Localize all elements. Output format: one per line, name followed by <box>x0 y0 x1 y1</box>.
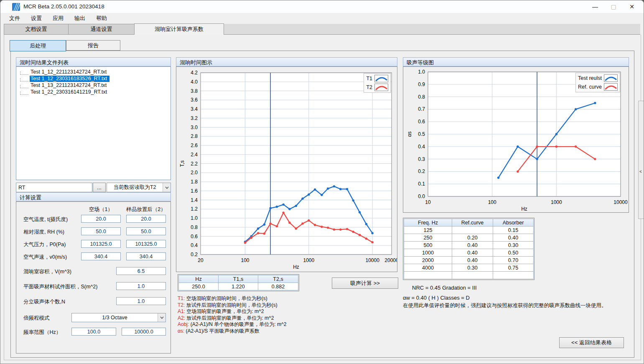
room-volume-input[interactable] <box>116 267 166 275</box>
svg-text:10: 10 <box>425 199 431 205</box>
grade-chart-header: 吸声等级图 <box>403 57 629 66</box>
col-header: T1,s <box>219 275 258 283</box>
octave-mode-label: 倍频程模式 <box>23 315 50 322</box>
svg-text:2.6: 2.6 <box>191 143 198 148</box>
back-button[interactable]: << 返回结果表格 <box>559 337 624 348</box>
chevron-down-icon[interactable] <box>163 183 171 192</box>
tree-branch-icon <box>20 78 28 81</box>
tree-branch-icon <box>20 85 28 88</box>
aw-text: αw = 0.40 ( H ) Classes = D <box>403 295 470 301</box>
t1-swatch <box>374 75 388 82</box>
note-line: T1: 空场混响室的混响时间，单位为秒(s) <box>178 295 286 302</box>
file-item[interactable]: Test 1_12_230316183526_RT.txt <box>16 75 171 82</box>
chevron-down-icon[interactable] <box>158 313 165 322</box>
svg-text:Hz: Hz <box>293 264 299 270</box>
humidity-input-empty[interactable] <box>81 227 121 235</box>
svg-text:0.3: 0.3 <box>418 156 425 162</box>
svg-text:1.0: 1.0 <box>418 69 425 75</box>
sound-speed-input-sample[interactable] <box>126 252 166 260</box>
pressure-label: 大气压力，P0(Pa) <box>23 241 66 248</box>
subtab[interactable]: 后处理 <box>10 40 66 51</box>
svg-text:0.6: 0.6 <box>418 119 425 125</box>
browse-button[interactable]: ... <box>93 183 106 192</box>
svg-text:1.2: 1.2 <box>191 206 198 212</box>
rt-chart[interactable]: 0.20.40.60.81.01.21.41.61.82.02.22.42.62… <box>176 67 397 272</box>
svg-text:2.8: 2.8 <box>191 133 198 139</box>
air-temp-input-empty[interactable] <box>81 215 121 223</box>
tab[interactable]: 通道设置 <box>68 24 135 34</box>
legend-label: T1 <box>366 76 372 81</box>
menu-item[interactable]: 设置 <box>25 13 47 23</box>
data-read-combo[interactable]: 当前数据读取为T2 <box>107 183 171 192</box>
maximize-button[interactable]: ▢ <box>604 0 623 13</box>
rt-chart-legend: T1 T2 <box>364 73 391 93</box>
sample-area-label: 平面吸声材料试件面积，S(m^2) <box>23 283 97 290</box>
svg-text:0.1: 0.1 <box>418 181 425 187</box>
legend-label: T2 <box>366 84 372 90</box>
humidity-input-sample[interactable] <box>126 227 166 235</box>
svg-text:0.4: 0.4 <box>418 144 425 150</box>
sound-speed-input-empty[interactable] <box>81 252 121 260</box>
menu-item[interactable]: 帮助 <box>91 13 112 23</box>
svg-text:10000: 10000 <box>365 257 379 263</box>
svg-text:T,s: T,s <box>179 160 185 167</box>
close-button[interactable]: ✕ <box>623 0 641 13</box>
svg-text:0.7: 0.7 <box>418 106 425 112</box>
room-volume-label: 混响室容积，V(m^3) <box>23 268 71 275</box>
rt-result-table: HzT1,sT2,s250.01.2200.882 <box>178 275 298 290</box>
file-item[interactable]: Test 1_13_221123142724_RT.txt <box>16 82 171 89</box>
svg-text:100: 100 <box>241 257 249 263</box>
svg-text:αs: αs <box>407 132 412 137</box>
svg-text:20000: 20000 <box>384 257 397 263</box>
air-temp-label: 空气温度, t(摄氏度) <box>23 216 68 223</box>
freq-min-input[interactable] <box>71 328 116 336</box>
col-empty-field: 空场（1） <box>81 206 121 213</box>
chevron-left-icon: < <box>639 169 642 174</box>
absorb-calc-button[interactable]: 吸声计算 >> <box>332 277 398 289</box>
menu-item[interactable]: 文件 <box>4 13 25 23</box>
grade-table-wrap: Freq. HzRef.curveAbsorber1250.152500.200… <box>403 218 535 280</box>
octave-mode-combo[interactable]: 1/3 Octave <box>71 313 166 322</box>
file-list[interactable]: Test 1_12_221123142724_RT.txtTest 1_12_2… <box>16 66 171 180</box>
air-temp-input-sample[interactable] <box>126 215 166 223</box>
menu-item[interactable]: 输出 <box>69 13 91 23</box>
tab[interactable]: 混响室计算吸声系数 <box>134 23 224 35</box>
table-row: 20000.400.70 <box>404 257 534 264</box>
legend-label: Test reulst <box>578 75 602 81</box>
col-header: T2,s <box>258 275 298 283</box>
svg-text:3.4: 3.4 <box>191 106 198 112</box>
absorber-count-input[interactable] <box>116 297 166 305</box>
sample-area-input[interactable] <box>116 282 166 290</box>
col-header: Freq. Hz <box>404 219 452 227</box>
rt-chart-header: 混响时间图示 <box>176 57 397 66</box>
svg-text:0.2: 0.2 <box>418 168 425 174</box>
svg-text:2.4: 2.4 <box>191 152 198 158</box>
subtab[interactable]: 报告 <box>66 40 120 51</box>
freq-max-input[interactable] <box>122 328 166 336</box>
side-splitter-handle[interactable]: < <box>638 101 644 219</box>
rt-name-input[interactable] <box>16 183 92 192</box>
svg-text:3.0: 3.0 <box>191 125 198 130</box>
test-result-swatch <box>604 74 618 82</box>
svg-text:Hz: Hz <box>521 206 527 212</box>
file-panel-header: 混时间结果文件列表 <box>16 57 171 66</box>
col-after-sample: 样品放置后（2） <box>126 206 166 213</box>
menu-item[interactable]: 应用 <box>47 13 69 23</box>
pressure-input-sample[interactable] <box>126 240 166 248</box>
tab-bar: 文档设置通道设置混响室计算吸声系数 <box>4 24 640 35</box>
tab[interactable]: 文档设置 <box>4 24 69 34</box>
ref-curve-swatch <box>604 83 618 91</box>
note-line: αs: (A2-A1)/S 平面吸声体的吸声系数 <box>178 328 286 335</box>
table-row: 250.01.2200.882 <box>179 283 298 290</box>
svg-text:0.8: 0.8 <box>191 224 198 230</box>
svg-text:1.4: 1.4 <box>191 197 198 203</box>
svg-text:1.8: 1.8 <box>191 179 198 185</box>
minimize-button[interactable]: — <box>586 0 604 13</box>
svg-text:2.0: 2.0 <box>191 170 198 176</box>
pressure-input-empty[interactable] <box>81 240 121 248</box>
notes: T1: 空场混响室的混响时间，单位为秒(s)T2: 放试件后混响室的混响时间，单… <box>178 295 286 335</box>
file-item[interactable]: Test 1_12_221123142724_RT.txt <box>16 69 171 75</box>
file-item[interactable]: Test 1_22_230316141219_RT.txt <box>16 89 171 95</box>
svg-text:3.2: 3.2 <box>191 115 198 121</box>
svg-text:0.6: 0.6 <box>191 234 198 239</box>
